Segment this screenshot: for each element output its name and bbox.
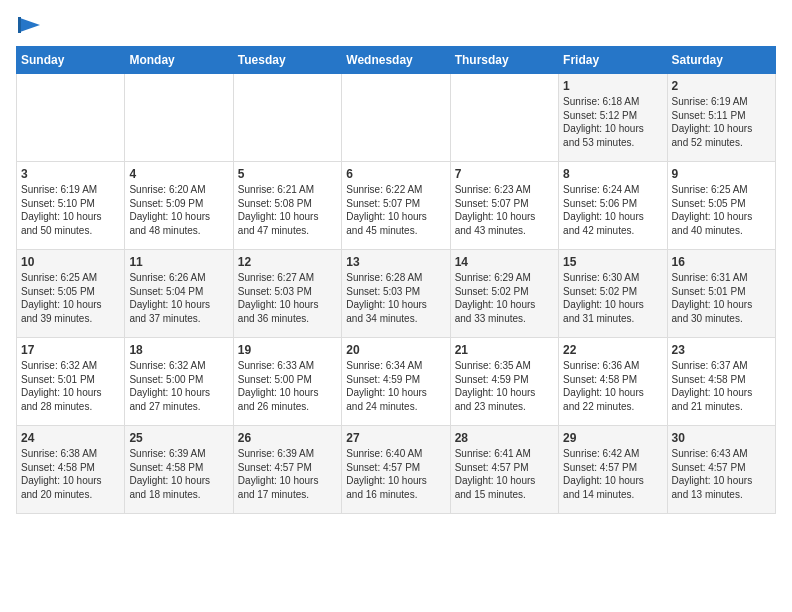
day-info: Sunrise: 6:33 AM Sunset: 5:00 PM Dayligh… bbox=[238, 359, 337, 413]
calendar-cell: 1Sunrise: 6:18 AM Sunset: 5:12 PM Daylig… bbox=[559, 74, 667, 162]
weekday-header-sunday: Sunday bbox=[17, 47, 125, 74]
weekday-header-saturday: Saturday bbox=[667, 47, 775, 74]
day-number: 30 bbox=[672, 431, 771, 445]
calendar-table: SundayMondayTuesdayWednesdayThursdayFrid… bbox=[16, 46, 776, 514]
calendar-cell: 19Sunrise: 6:33 AM Sunset: 5:00 PM Dayli… bbox=[233, 338, 341, 426]
day-info: Sunrise: 6:22 AM Sunset: 5:07 PM Dayligh… bbox=[346, 183, 445, 237]
logo-flag-icon bbox=[18, 16, 42, 34]
logo bbox=[16, 16, 42, 34]
calendar-cell: 9Sunrise: 6:25 AM Sunset: 5:05 PM Daylig… bbox=[667, 162, 775, 250]
calendar-cell: 2Sunrise: 6:19 AM Sunset: 5:11 PM Daylig… bbox=[667, 74, 775, 162]
day-info: Sunrise: 6:39 AM Sunset: 4:57 PM Dayligh… bbox=[238, 447, 337, 501]
calendar-cell: 22Sunrise: 6:36 AM Sunset: 4:58 PM Dayli… bbox=[559, 338, 667, 426]
day-info: Sunrise: 6:25 AM Sunset: 5:05 PM Dayligh… bbox=[21, 271, 120, 325]
day-number: 3 bbox=[21, 167, 120, 181]
day-number: 24 bbox=[21, 431, 120, 445]
calendar-cell: 24Sunrise: 6:38 AM Sunset: 4:58 PM Dayli… bbox=[17, 426, 125, 514]
calendar-cell bbox=[342, 74, 450, 162]
day-info: Sunrise: 6:19 AM Sunset: 5:10 PM Dayligh… bbox=[21, 183, 120, 237]
calendar-cell: 3Sunrise: 6:19 AM Sunset: 5:10 PM Daylig… bbox=[17, 162, 125, 250]
day-number: 5 bbox=[238, 167, 337, 181]
week-row-5: 24Sunrise: 6:38 AM Sunset: 4:58 PM Dayli… bbox=[17, 426, 776, 514]
calendar-cell: 10Sunrise: 6:25 AM Sunset: 5:05 PM Dayli… bbox=[17, 250, 125, 338]
day-info: Sunrise: 6:25 AM Sunset: 5:05 PM Dayligh… bbox=[672, 183, 771, 237]
day-number: 20 bbox=[346, 343, 445, 357]
day-number: 11 bbox=[129, 255, 228, 269]
calendar-header: SundayMondayTuesdayWednesdayThursdayFrid… bbox=[17, 47, 776, 74]
calendar-cell bbox=[450, 74, 558, 162]
calendar-cell: 27Sunrise: 6:40 AM Sunset: 4:57 PM Dayli… bbox=[342, 426, 450, 514]
day-number: 7 bbox=[455, 167, 554, 181]
day-info: Sunrise: 6:32 AM Sunset: 5:00 PM Dayligh… bbox=[129, 359, 228, 413]
day-number: 17 bbox=[21, 343, 120, 357]
day-number: 28 bbox=[455, 431, 554, 445]
weekday-header-row: SundayMondayTuesdayWednesdayThursdayFrid… bbox=[17, 47, 776, 74]
day-info: Sunrise: 6:29 AM Sunset: 5:02 PM Dayligh… bbox=[455, 271, 554, 325]
day-number: 4 bbox=[129, 167, 228, 181]
day-info: Sunrise: 6:26 AM Sunset: 5:04 PM Dayligh… bbox=[129, 271, 228, 325]
day-number: 13 bbox=[346, 255, 445, 269]
calendar-cell: 20Sunrise: 6:34 AM Sunset: 4:59 PM Dayli… bbox=[342, 338, 450, 426]
day-number: 22 bbox=[563, 343, 662, 357]
svg-marker-0 bbox=[20, 18, 40, 32]
day-info: Sunrise: 6:42 AM Sunset: 4:57 PM Dayligh… bbox=[563, 447, 662, 501]
day-info: Sunrise: 6:23 AM Sunset: 5:07 PM Dayligh… bbox=[455, 183, 554, 237]
calendar-cell: 23Sunrise: 6:37 AM Sunset: 4:58 PM Dayli… bbox=[667, 338, 775, 426]
calendar-cell: 28Sunrise: 6:41 AM Sunset: 4:57 PM Dayli… bbox=[450, 426, 558, 514]
day-info: Sunrise: 6:20 AM Sunset: 5:09 PM Dayligh… bbox=[129, 183, 228, 237]
week-row-4: 17Sunrise: 6:32 AM Sunset: 5:01 PM Dayli… bbox=[17, 338, 776, 426]
day-info: Sunrise: 6:41 AM Sunset: 4:57 PM Dayligh… bbox=[455, 447, 554, 501]
day-number: 12 bbox=[238, 255, 337, 269]
day-info: Sunrise: 6:24 AM Sunset: 5:06 PM Dayligh… bbox=[563, 183, 662, 237]
day-number: 23 bbox=[672, 343, 771, 357]
day-info: Sunrise: 6:32 AM Sunset: 5:01 PM Dayligh… bbox=[21, 359, 120, 413]
day-number: 27 bbox=[346, 431, 445, 445]
day-number: 29 bbox=[563, 431, 662, 445]
day-number: 6 bbox=[346, 167, 445, 181]
day-number: 2 bbox=[672, 79, 771, 93]
calendar-cell: 13Sunrise: 6:28 AM Sunset: 5:03 PM Dayli… bbox=[342, 250, 450, 338]
calendar-body: 1Sunrise: 6:18 AM Sunset: 5:12 PM Daylig… bbox=[17, 74, 776, 514]
day-info: Sunrise: 6:34 AM Sunset: 4:59 PM Dayligh… bbox=[346, 359, 445, 413]
day-number: 10 bbox=[21, 255, 120, 269]
calendar-cell: 30Sunrise: 6:43 AM Sunset: 4:57 PM Dayli… bbox=[667, 426, 775, 514]
calendar-cell: 21Sunrise: 6:35 AM Sunset: 4:59 PM Dayli… bbox=[450, 338, 558, 426]
week-row-2: 3Sunrise: 6:19 AM Sunset: 5:10 PM Daylig… bbox=[17, 162, 776, 250]
calendar-cell: 17Sunrise: 6:32 AM Sunset: 5:01 PM Dayli… bbox=[17, 338, 125, 426]
calendar-cell: 26Sunrise: 6:39 AM Sunset: 4:57 PM Dayli… bbox=[233, 426, 341, 514]
day-info: Sunrise: 6:18 AM Sunset: 5:12 PM Dayligh… bbox=[563, 95, 662, 149]
day-info: Sunrise: 6:28 AM Sunset: 5:03 PM Dayligh… bbox=[346, 271, 445, 325]
day-info: Sunrise: 6:37 AM Sunset: 4:58 PM Dayligh… bbox=[672, 359, 771, 413]
day-number: 18 bbox=[129, 343, 228, 357]
day-info: Sunrise: 6:43 AM Sunset: 4:57 PM Dayligh… bbox=[672, 447, 771, 501]
calendar-cell: 25Sunrise: 6:39 AM Sunset: 4:58 PM Dayli… bbox=[125, 426, 233, 514]
day-number: 1 bbox=[563, 79, 662, 93]
day-info: Sunrise: 6:21 AM Sunset: 5:08 PM Dayligh… bbox=[238, 183, 337, 237]
day-number: 8 bbox=[563, 167, 662, 181]
calendar-cell: 14Sunrise: 6:29 AM Sunset: 5:02 PM Dayli… bbox=[450, 250, 558, 338]
day-info: Sunrise: 6:39 AM Sunset: 4:58 PM Dayligh… bbox=[129, 447, 228, 501]
calendar-cell: 18Sunrise: 6:32 AM Sunset: 5:00 PM Dayli… bbox=[125, 338, 233, 426]
page-header bbox=[16, 16, 776, 34]
calendar-cell bbox=[17, 74, 125, 162]
day-info: Sunrise: 6:31 AM Sunset: 5:01 PM Dayligh… bbox=[672, 271, 771, 325]
calendar-cell: 6Sunrise: 6:22 AM Sunset: 5:07 PM Daylig… bbox=[342, 162, 450, 250]
calendar-cell bbox=[125, 74, 233, 162]
calendar-cell: 11Sunrise: 6:26 AM Sunset: 5:04 PM Dayli… bbox=[125, 250, 233, 338]
calendar-cell: 8Sunrise: 6:24 AM Sunset: 5:06 PM Daylig… bbox=[559, 162, 667, 250]
day-number: 15 bbox=[563, 255, 662, 269]
calendar-cell: 4Sunrise: 6:20 AM Sunset: 5:09 PM Daylig… bbox=[125, 162, 233, 250]
week-row-1: 1Sunrise: 6:18 AM Sunset: 5:12 PM Daylig… bbox=[17, 74, 776, 162]
weekday-header-tuesday: Tuesday bbox=[233, 47, 341, 74]
weekday-header-monday: Monday bbox=[125, 47, 233, 74]
day-number: 16 bbox=[672, 255, 771, 269]
calendar-cell: 7Sunrise: 6:23 AM Sunset: 5:07 PM Daylig… bbox=[450, 162, 558, 250]
svg-rect-1 bbox=[18, 17, 21, 33]
calendar-cell: 15Sunrise: 6:30 AM Sunset: 5:02 PM Dayli… bbox=[559, 250, 667, 338]
day-number: 26 bbox=[238, 431, 337, 445]
week-row-3: 10Sunrise: 6:25 AM Sunset: 5:05 PM Dayli… bbox=[17, 250, 776, 338]
day-number: 21 bbox=[455, 343, 554, 357]
day-info: Sunrise: 6:40 AM Sunset: 4:57 PM Dayligh… bbox=[346, 447, 445, 501]
weekday-header-wednesday: Wednesday bbox=[342, 47, 450, 74]
day-info: Sunrise: 6:36 AM Sunset: 4:58 PM Dayligh… bbox=[563, 359, 662, 413]
